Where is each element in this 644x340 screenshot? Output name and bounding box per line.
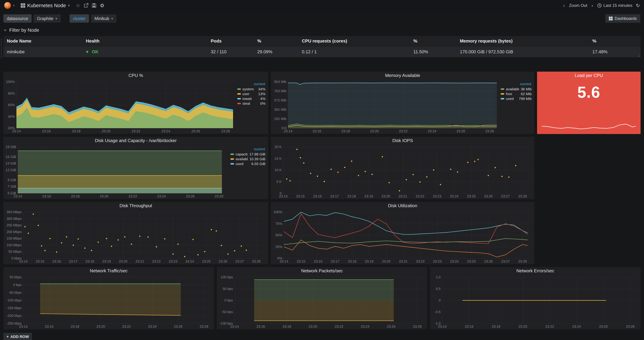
panel-title-disk-utilization[interactable]: Disk Utilization <box>271 202 534 210</box>
cluster-dropdown[interactable]: Minikub ▾ <box>91 14 116 22</box>
svg-text:23:28: 23:28 <box>626 324 634 328</box>
svg-text:191 Mib: 191 Mib <box>274 117 286 121</box>
datasource-label: datasource <box>4 14 32 22</box>
add-row-label: ADD ROW <box>10 334 29 339</box>
svg-text:23:20: 23:20 <box>102 129 110 133</box>
legend-current-header: current <box>501 82 532 86</box>
svg-text:-200 kbps: -200 kbps <box>6 314 22 318</box>
col-header-cpu-pct[interactable]: % <box>410 36 456 46</box>
time-range-picker[interactable]: Last 15 minutes <box>597 3 632 8</box>
dashboards-button[interactable]: Dashboards <box>605 14 640 23</box>
col-header-memory-pct[interactable]: % <box>589 36 640 46</box>
time-back-chevron-icon[interactable]: ‹ <box>562 2 566 8</box>
panel-network-traffic: Network Traffic/sec 50 kbps0 bps-50 kbps… <box>4 267 214 330</box>
datasource-dropdown[interactable]: Graphite ▾ <box>34 14 61 22</box>
gear-icon[interactable] <box>100 3 104 8</box>
svg-text:23:20: 23:20 <box>370 129 379 133</box>
col-header-memory-requests[interactable]: Memory requests (bytes) <box>456 36 589 46</box>
legend-item[interactable]: iowait 4% <box>237 97 266 101</box>
star-icon[interactable]: ☆ <box>76 3 80 8</box>
svg-text:23:22: 23:22 <box>546 324 554 328</box>
svg-text:150 Mbps: 150 Mbps <box>6 236 22 240</box>
refresh-icon[interactable]: ↻ <box>636 3 640 8</box>
panel-title-network-errors[interactable]: Network Errors/sec <box>430 267 640 274</box>
disk-throughput-chart[interactable]: 350 Mbps300 Mbps250 Mbps200 Mbps150 Mbps… <box>4 210 268 264</box>
cluster-value: Minikub <box>94 16 109 21</box>
legend-item[interactable]: used 6.55 GiB <box>230 162 266 166</box>
svg-text:23:22: 23:22 <box>416 194 424 198</box>
svg-text:23:20: 23:20 <box>119 260 128 263</box>
col-header-pods-pct[interactable]: % <box>254 36 298 46</box>
cell-health: ♥ OK <box>82 46 207 57</box>
clock-icon <box>597 3 602 8</box>
panel-memory-available: Memory Available 954 Mib763 Mib572 Mib38… <box>271 72 534 134</box>
cpu-chart[interactable]: 100%80%60%40%20%23:1423:1623:1823:2023:2… <box>4 79 237 133</box>
network-packets-chart[interactable]: 100 bps50 bps0 bps-50 bps-100 bps23:1423… <box>217 274 428 329</box>
panel-title-disk-usage[interactable]: Disk Usage and Capacity - /var/lib/docke… <box>4 137 268 144</box>
svg-text:23:26: 23:26 <box>219 260 227 263</box>
cell-pods-pct: 29.09% <box>254 46 298 57</box>
disk-utilization-chart[interactable]: 100%75%50%25%0%23:1423:1523:1623:1723:18… <box>271 210 534 264</box>
svg-text:250 Mbps: 250 Mbps <box>6 223 22 227</box>
time-forward-chevron-icon[interactable]: › <box>591 2 594 8</box>
grafana-logo[interactable] <box>4 2 11 9</box>
svg-text:23:22: 23:22 <box>416 260 424 263</box>
network-traffic-chart[interactable]: 50 kbps0 bps-50 kbps-100 kbps-150 kbps-2… <box>4 274 214 329</box>
zoom-out-button[interactable]: Zoom Out <box>569 3 587 8</box>
legend-current-header: current <box>230 147 266 151</box>
svg-text:16 GiB: 16 GiB <box>6 155 16 159</box>
legend-item[interactable]: system 34% <box>237 87 266 91</box>
legend-item[interactable]: available 10.39 GiB <box>230 157 266 161</box>
panel-network-packets: Network Packets/sec 100 bps50 bps0 bps-5… <box>217 267 428 330</box>
series-color-swatch <box>237 98 241 100</box>
svg-text:23:28: 23:28 <box>413 324 422 328</box>
col-header-health[interactable]: Health <box>82 36 207 46</box>
svg-text:23:24: 23:24 <box>157 194 166 198</box>
network-errors-chart[interactable]: 1.00.50-0.5-1.023:1423:1623:1823:2023:22… <box>430 274 640 329</box>
col-header-node-name[interactable]: Node Name <box>4 36 82 46</box>
legend-item[interactable]: free 62 Mib <box>501 92 532 96</box>
disk-iops-chart[interactable]: 20 K15 K10 K5 K023:1423:1523:1623:1723:1… <box>271 144 534 198</box>
legend-item[interactable]: user 13% <box>237 92 266 96</box>
svg-text:23:18: 23:18 <box>71 194 80 198</box>
logo-caret-icon[interactable]: ▾ <box>13 4 14 7</box>
save-icon[interactable] <box>92 3 96 8</box>
panel-title-network-packets[interactable]: Network Packets/sec <box>217 267 428 274</box>
svg-text:80%: 80% <box>8 92 15 95</box>
col-header-cpu-requests[interactable]: CPU requests (cores) <box>298 36 410 46</box>
health-heart-icon: ♥ <box>86 49 88 54</box>
dashboard-title-dropdown[interactable]: Kubernetes Node ▾ <box>18 3 72 8</box>
legend-item[interactable]: steal 0% <box>237 102 266 106</box>
panel-title-cpu[interactable]: CPU % <box>4 72 268 79</box>
svg-text:23:23: 23:23 <box>169 260 177 263</box>
dashboard-row-1: CPU % 100%80%60%40%20%23:1423:1623:1823:… <box>4 72 640 134</box>
row-drag-handle[interactable] <box>1 39 2 58</box>
panel-title-disk-iops[interactable]: Disk IOPS <box>271 137 534 144</box>
panel-title-load[interactable]: Load per CPU <box>537 72 640 79</box>
memory-chart[interactable]: 954 Mib763 Mib572 Mib381 Mib191 Mib0 b23… <box>271 79 500 133</box>
panel-title-network-traffic[interactable]: Network Traffic/sec <box>4 267 214 274</box>
svg-text:23:15: 23:15 <box>296 194 305 198</box>
row-toggle-filter-by-node[interactable]: Filter by Node <box>4 28 640 33</box>
cell-cpu-pct: 11.50% <box>410 46 456 57</box>
panel-title-disk-throughput[interactable]: Disk Throughput <box>4 202 268 210</box>
svg-text:572 Mib: 572 Mib <box>274 98 286 102</box>
svg-text:23:15: 23:15 <box>297 260 305 263</box>
legend-item[interactable]: capacity 17.88 GiB <box>230 152 266 156</box>
series-color-swatch <box>237 88 241 90</box>
memory-legend: current available 36 Mib free 62 Mib use… <box>500 79 534 133</box>
disk-usage-chart[interactable]: 19 GiB16 GiB14 GiB12 GiB9 GiB7 GiB5 GiB2… <box>4 144 230 198</box>
panel-disk-iops: Disk IOPS 20 K15 K10 K5 K023:1423:1523:1… <box>271 137 534 199</box>
col-header-pods[interactable]: Pods <box>207 36 254 46</box>
legend-item[interactable]: used 799 Mib <box>501 97 532 101</box>
share-icon[interactable] <box>84 3 88 8</box>
svg-text:23:20: 23:20 <box>96 324 105 328</box>
filter-section: Filter by Node Node Name Health Pods % C… <box>0 28 644 57</box>
series-color-swatch <box>230 163 234 164</box>
svg-text:23:16: 23:16 <box>312 129 321 133</box>
panel-title-memory[interactable]: Memory Available <box>271 72 534 79</box>
add-row-button[interactable]: + ADD ROW <box>4 333 32 340</box>
dashboard-grid-icon <box>21 3 25 8</box>
legend-item[interactable]: available 36 Mib <box>501 87 532 91</box>
svg-text:23:20: 23:20 <box>382 260 390 263</box>
